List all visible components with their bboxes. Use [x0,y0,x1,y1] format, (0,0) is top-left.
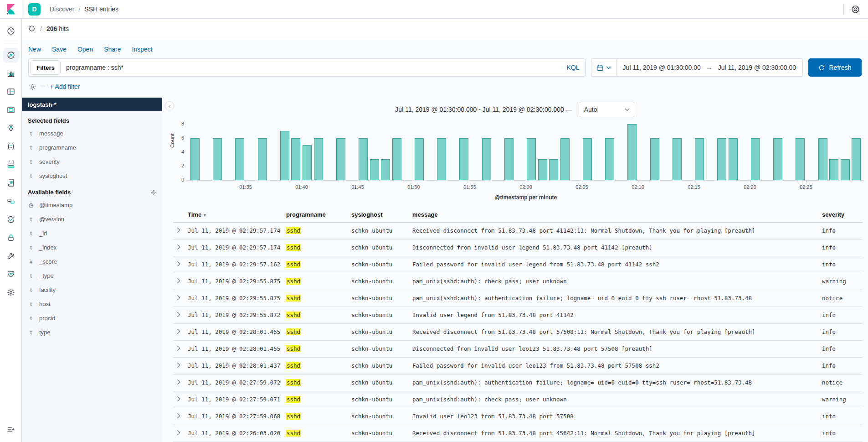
histogram-bar[interactable] [258,138,267,180]
collapse-sidebar-button[interactable]: ‹ [165,101,174,110]
histogram-bar[interactable] [796,138,805,180]
collapse-nav-button[interactable] [3,422,19,437]
histogram-bar[interactable] [818,138,827,180]
nav-item-canvas[interactable] [3,103,19,117]
search-bar[interactable]: Filters programname : ssh* KQL [28,58,586,77]
menu-item-inspect[interactable]: Inspect [132,46,153,53]
expand-row-button[interactable] [177,413,181,420]
field-item-message[interactable]: tmessage [22,126,162,140]
filter-settings-gear-icon[interactable] [29,83,36,90]
histogram-bar[interactable] [235,138,244,180]
nav-item-visualize[interactable] [3,66,19,81]
histogram-bar[interactable] [605,138,614,180]
help-icon[interactable] [851,5,860,14]
index-pattern-switcher[interactable]: logstash-* [22,98,162,111]
start-date-button[interactable]: Jul 11, 2019 @ 01:30:00.00 [623,64,701,71]
histogram-bar[interactable] [280,131,289,180]
date-quick-select-button[interactable] [591,59,616,76]
field-item-programname[interactable]: tprogramname [22,140,162,155]
field-item-type[interactable]: t_type [22,269,162,283]
histogram-bar[interactable] [190,138,200,180]
column-header-sysloghost[interactable]: sysloghost [348,207,409,223]
field-item-facility[interactable]: tfacility [22,283,162,297]
histogram-bar[interactable] [459,138,468,180]
expand-row-button[interactable] [177,312,181,319]
histogram-bar[interactable] [527,138,536,180]
field-item-host[interactable]: thost [22,297,162,311]
breadcrumb-discover[interactable]: Discover [50,5,74,13]
field-settings-gear-icon[interactable] [150,189,156,195]
histogram-bar[interactable] [359,138,368,180]
histogram-bar[interactable] [560,138,570,180]
field-item-id[interactable]: t_id [22,226,162,240]
histogram-bar[interactable] [381,159,390,180]
expand-row-button[interactable] [177,227,181,234]
menu-item-save[interactable]: Save [52,46,67,53]
interval-select[interactable]: Auto [579,102,635,117]
nav-item-stack-monitoring[interactable] [3,267,19,281]
expand-row-button[interactable] [177,345,181,353]
field-item-version[interactable]: t@version [22,212,162,226]
nav-item-management[interactable] [3,285,19,300]
field-item-score[interactable]: #_score [22,255,162,269]
query-input[interactable]: programname : ssh* [66,64,561,71]
expand-row-button[interactable] [177,261,181,268]
histogram-bar[interactable] [583,138,592,180]
column-header-time[interactable]: Time▼ [184,207,282,223]
nav-item-dashboard[interactable] [3,84,19,99]
histogram-bar[interactable] [729,138,738,180]
histogram-bar[interactable] [717,138,726,180]
nav-item-machine-learning[interactable] [3,139,19,154]
histogram-bar[interactable] [437,138,446,180]
nav-item-infrastructure[interactable] [3,157,19,172]
histogram-bar[interactable] [852,138,861,180]
filters-button[interactable]: Filters [31,60,61,75]
field-item-sysloghost[interactable]: tsysloghost [22,169,162,183]
expand-row-button[interactable] [177,328,181,336]
expand-row-button[interactable] [177,362,181,369]
nav-item-uptime[interactable] [3,212,19,227]
histogram-bar[interactable] [415,138,424,180]
expand-row-button[interactable] [177,244,181,251]
nav-item-discover[interactable] [3,48,19,62]
histogram-bar[interactable] [291,138,300,180]
field-item-timestamp[interactable]: ◷@timestamp [22,198,162,212]
histogram-bar[interactable] [314,138,323,180]
reset-search-icon[interactable] [28,25,36,32]
column-header-severity[interactable]: severity [818,207,863,223]
histogram-bar[interactable] [650,138,659,180]
histogram-bar[interactable] [627,124,637,180]
histogram-bar[interactable] [695,138,704,180]
menu-item-new[interactable]: New [28,46,41,53]
end-date-button[interactable]: Jul 11, 2019 @ 02:30:00.00 [718,64,796,71]
histogram-bar[interactable] [482,138,491,180]
expand-row-button[interactable] [177,379,181,386]
nav-item-logs[interactable] [3,176,19,190]
histogram-bar[interactable] [673,138,682,180]
field-item-index[interactable]: t_index [22,240,162,255]
refresh-button[interactable]: Refresh [808,58,862,77]
histogram-bar[interactable] [751,138,760,180]
column-header-programname[interactable]: programname [282,207,348,223]
histogram-bar[interactable] [213,138,222,180]
histogram-bar[interactable] [829,159,838,180]
expand-row-button[interactable] [177,396,181,403]
nav-item-maps[interactable] [3,121,19,135]
field-item-type[interactable]: ttype [22,325,162,339]
add-filter-link[interactable]: + Add filter [50,83,80,90]
menu-item-open[interactable]: Open [77,46,93,53]
nav-item-siem[interactable] [3,230,19,245]
histogram-bar[interactable] [773,138,782,180]
field-item-procid[interactable]: tprocid [22,311,162,325]
nav-item-apm[interactable] [3,194,19,208]
histogram-bar[interactable] [336,138,345,180]
column-header-message[interactable]: message [409,207,818,223]
menu-item-share[interactable]: Share [104,46,121,53]
histogram-plot-area[interactable] [190,124,862,180]
histogram-bar[interactable] [392,138,401,180]
kql-language-button[interactable]: KQL [567,64,580,71]
space-avatar[interactable]: D [28,3,41,16]
expand-row-button[interactable] [177,430,181,437]
histogram-bar[interactable] [841,159,850,180]
histogram-bar[interactable] [549,159,558,180]
